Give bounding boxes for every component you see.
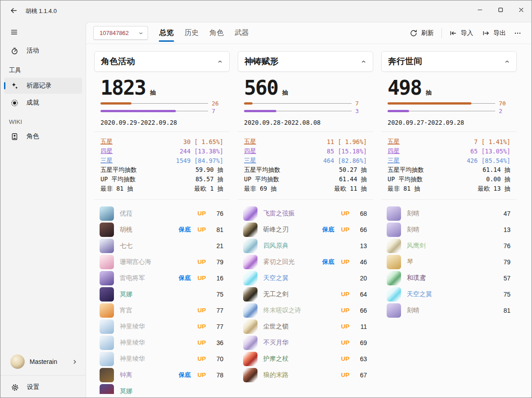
- stat-value: 0.00 抽: [486, 175, 510, 184]
- star-filter-link[interactable]: 五星: [388, 138, 400, 146]
- app-window: 胡桃 1.1.4.0 活动 工具: [0, 0, 532, 398]
- stat-value: 85.57 抽: [196, 175, 223, 184]
- tab-overview[interactable]: 总览: [158, 22, 174, 44]
- item-avatar: [243, 239, 257, 253]
- close-button[interactable]: [511, 0, 532, 19]
- item-name: 尘世之锁: [263, 323, 288, 331]
- person-card-icon: [10, 133, 19, 140]
- back-button[interactable]: [6, 4, 21, 17]
- item-avatar: [243, 255, 257, 269]
- item-name: 胡桃: [120, 226, 132, 234]
- refresh-button[interactable]: 刷新: [406, 26, 438, 40]
- tab-weapon[interactable]: 武器: [234, 22, 250, 44]
- minimize-button[interactable]: [470, 0, 490, 19]
- star-filter-link[interactable]: 四星: [100, 147, 113, 155]
- stat-row: 四星65 [13.05%]: [388, 147, 510, 156]
- stat-label: UP 平均抽数: [100, 175, 135, 184]
- item-badges: 保底 UP 78: [179, 371, 223, 379]
- list-item: 神里绫华 UP 77: [100, 319, 223, 335]
- chevron-right-icon: [72, 359, 78, 365]
- banner-column: 角色活动 1823 抽 26 7 2020.09.29-2022.09.28 五…: [94, 51, 230, 397]
- pity4-fill: [388, 110, 409, 112]
- item-avatar: [387, 303, 401, 318]
- sidebar-divider: [0, 375, 86, 376]
- item-name: 不灭月华: [263, 339, 288, 347]
- item-badges: 20: [356, 275, 367, 282]
- list-item: 雷电将军 保底 UP 16: [100, 270, 223, 286]
- item-avatar: [387, 271, 401, 285]
- pity4-value: 3: [352, 108, 367, 114]
- item-pull-count: 81: [500, 307, 510, 314]
- ellipsis-icon: [514, 30, 521, 37]
- guarantee-badge: 保底: [179, 371, 191, 379]
- item-avatar: [387, 239, 401, 253]
- item-avatar: [243, 352, 257, 366]
- list-item: 天空之翼 20: [243, 270, 367, 286]
- star-filter-link[interactable]: 五星: [244, 138, 256, 146]
- item-badges: UP 36: [197, 339, 223, 346]
- list-item: 刻晴 81: [387, 302, 510, 319]
- star-filter-link[interactable]: 三星: [244, 157, 256, 165]
- up-badge: UP: [341, 339, 349, 346]
- item-badges: 保底 UP 81: [179, 226, 223, 234]
- sidebar-item-settings[interactable]: 设置: [0, 377, 86, 397]
- export-button[interactable]: 导出: [478, 26, 510, 40]
- pity5-fill: [388, 102, 471, 105]
- sidebar-item-activity[interactable]: 活动: [4, 43, 82, 59]
- more-options-button[interactable]: [510, 26, 525, 40]
- up-badge: UP: [197, 339, 206, 346]
- total-pulls: 1823 抽: [100, 76, 223, 100]
- sidebar-item-achievements[interactable]: 成就: [4, 95, 82, 111]
- sidebar-item-label: 活动: [26, 47, 39, 55]
- item-pull-count: 64: [356, 291, 367, 298]
- item-avatar: [387, 255, 401, 269]
- banner-header[interactable]: 奔行世间: [381, 51, 517, 72]
- item-name: 七七: [120, 242, 132, 250]
- item-pull-count: 11: [356, 323, 367, 330]
- pity5-progress: 7: [244, 100, 367, 107]
- up-badge: UP: [341, 355, 349, 362]
- item-pull-count: 77: [213, 323, 223, 330]
- item-avatar: [243, 271, 257, 285]
- import-label: 导入: [461, 29, 473, 37]
- star-filter-link[interactable]: 四星: [388, 147, 400, 155]
- item-pull-count: 75: [213, 291, 223, 298]
- up-badge: UP: [341, 307, 349, 314]
- sidebar-item-character-wiki[interactable]: 角色: [4, 128, 82, 144]
- stat-value: 最欧 1 抽: [194, 185, 223, 193]
- pity5-value: 26: [208, 100, 223, 107]
- banner-stats: 五星11 [ 1.96%]四星85 [15.18%]三星464 [82.86%]…: [238, 137, 373, 194]
- star-filter-link[interactable]: 三星: [100, 157, 113, 165]
- uid-combobox[interactable]: 107847862: [93, 26, 148, 40]
- item-avatar: [387, 223, 401, 237]
- item-name: 莫娜: [120, 290, 132, 298]
- stat-value: 65 [13.05%]: [471, 148, 510, 155]
- maximize-button[interactable]: [490, 0, 511, 19]
- banner-header[interactable]: 神铸赋形: [238, 51, 373, 72]
- stat-row: 五星平均抽数59.90 抽: [100, 166, 223, 175]
- list-item: 不灭月华 UP 69: [243, 335, 367, 351]
- stat-value: 最欧 13 抽: [478, 185, 510, 193]
- tab-character[interactable]: 角色: [209, 22, 225, 44]
- list-item: 刻晴 13: [387, 222, 510, 238]
- item-pull-count: 20: [356, 275, 367, 282]
- user-name: Masterain: [30, 358, 57, 365]
- star-filter-link[interactable]: 三星: [388, 157, 400, 165]
- sidebar-item-wish-records[interactable]: 祈愿记录: [4, 78, 82, 94]
- user-account-row[interactable]: Masterain: [2, 350, 84, 373]
- stat-label: 五星平均抽数: [388, 166, 424, 174]
- star-filter-link[interactable]: 五星: [100, 138, 113, 146]
- stat-row: 四星244 [13.38%]: [100, 147, 223, 156]
- toolbar: 107847862 总览 历史 角色 武器 刷新: [86, 22, 531, 44]
- item-avatar: [387, 206, 401, 221]
- pity5-progress: 70: [388, 100, 510, 107]
- tab-history[interactable]: 历史: [183, 22, 200, 44]
- list-item: 四风原典 13: [243, 238, 367, 254]
- hamburger-menu-button[interactable]: [6, 25, 22, 39]
- item-badges: 保底 UP 66: [322, 226, 367, 234]
- import-button[interactable]: 导入: [445, 26, 478, 40]
- banner-header[interactable]: 角色活动: [94, 51, 230, 72]
- item-badges: 21: [213, 242, 223, 249]
- star-filter-link[interactable]: 四星: [244, 147, 256, 155]
- banner-stats: 五星30 [ 1.65%]四星244 [13.38%]三星1549 [84.97…: [94, 137, 230, 194]
